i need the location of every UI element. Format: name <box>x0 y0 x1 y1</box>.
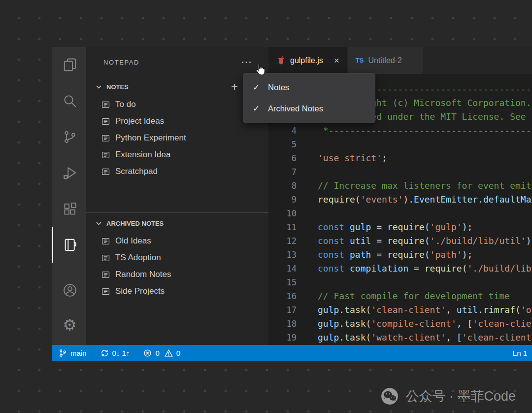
line-number: 11 <box>268 220 297 234</box>
typescript-icon: TS <box>356 57 364 64</box>
line-number: 16 <box>268 289 297 303</box>
sidebar-header: NOTEPAD ⋯ <box>86 47 268 77</box>
note-icon <box>101 271 110 279</box>
line-number: 8 <box>268 179 297 193</box>
notepad-icon[interactable] <box>52 227 86 263</box>
line-number: 5 <box>268 138 297 151</box>
code-line: 11const gulp = require('gulp'); <box>268 220 532 234</box>
line-number: 18 <box>268 317 297 331</box>
line-number: 17 <box>268 303 297 317</box>
code-line: 16// Fast compile for development time <box>268 289 532 303</box>
status-bar: main 0↓ 1↑ 0 0 Ln 1 <box>52 345 532 361</box>
notes-list: To doProject IdeasPython ExperimentExten… <box>86 96 268 180</box>
code-line: 9require('events').EventEmitter.defaultM… <box>268 193 532 206</box>
note-icon <box>101 254 110 262</box>
extensions-icon[interactable] <box>52 191 86 227</box>
accounts-icon[interactable] <box>52 273 86 308</box>
note-list-item[interactable]: TS Adoption <box>86 249 268 266</box>
menu-item-label: Archived Notes <box>268 104 323 113</box>
warnings-status: 0 <box>165 349 180 357</box>
code-line: 19gulp.task('watch-client', ['clean-clie… <box>268 331 532 344</box>
line-number: 19 <box>268 331 297 344</box>
note-list-item[interactable]: Side Projects <box>86 283 268 300</box>
note-item-label: Extension Idea <box>115 150 170 160</box>
more-actions-button[interactable]: ⋯ <box>238 56 255 69</box>
activity-bar: ⚙ <box>52 47 86 345</box>
cursor-position[interactable]: Ln 1 <box>513 349 527 357</box>
sync-icon <box>100 349 109 357</box>
tab-label: Untitled-2 <box>368 56 401 65</box>
gulp-file-icon <box>276 56 286 65</box>
code-line: 6'use strict'; <box>268 151 532 165</box>
menu-item[interactable]: ✓Notes <box>243 77 375 98</box>
menu-item[interactable]: ✓Archived Notes <box>243 98 375 119</box>
code-line: 17gulp.task('clean-client', util.rimraf(… <box>268 303 532 317</box>
note-list-item[interactable]: Extension Idea <box>86 146 268 163</box>
search-icon[interactable] <box>52 83 86 119</box>
close-tab-icon[interactable]: × <box>334 56 339 65</box>
line-number: 4 <box>268 124 297 138</box>
menu-item-label: Notes <box>268 83 289 92</box>
line-number: 10 <box>268 206 297 220</box>
sidebar-notepad: NOTEPAD ⋯ NOTES + To doProject IdeasPyth… <box>86 47 268 345</box>
code-line: 13const path = require('path'); <box>268 248 532 262</box>
archived-section-header[interactable]: ARCHIVED NOTES <box>86 214 268 233</box>
notes-section-label: NOTES <box>106 83 129 91</box>
note-item-label: Side Projects <box>115 286 165 296</box>
note-list-item[interactable]: Old Ideas <box>86 233 268 249</box>
note-icon <box>101 237 110 245</box>
note-icon <box>101 287 110 296</box>
watermark-text: 公众号 · 墨菲Code <box>405 387 516 405</box>
git-branch-status[interactable]: main <box>59 349 87 357</box>
activity-bar-top <box>52 47 86 263</box>
note-item-label: Scratchpad <box>115 167 158 176</box>
note-icon <box>101 117 110 126</box>
watermark: 公众号 · 墨菲Code <box>380 387 516 406</box>
line-number: 7 <box>268 165 297 179</box>
note-icon <box>101 101 110 109</box>
code-line: 18gulp.task('compile-client', ['clean-cl… <box>268 317 532 331</box>
explorer-icon[interactable] <box>52 47 86 83</box>
note-list-item[interactable]: To do <box>86 96 268 113</box>
note-icon <box>101 168 110 176</box>
note-item-label: To do <box>115 100 136 109</box>
code-line: 10 <box>268 206 532 220</box>
sidebar-title: NOTEPAD <box>103 59 139 66</box>
settings-gear-icon[interactable]: ⚙ <box>52 308 86 342</box>
notes-section-header[interactable]: NOTES + <box>86 77 268 96</box>
code-line: 7 <box>268 165 532 179</box>
code-line: 4 *-------------------------------------… <box>268 124 532 138</box>
warning-icon <box>165 349 173 357</box>
note-list-item[interactable]: Random Notes <box>86 266 268 283</box>
view-context-menu: ✓Notes✓Archived Notes <box>243 73 375 123</box>
note-icon <box>101 151 110 159</box>
note-list-item[interactable]: Scratchpad <box>86 163 268 180</box>
line-number: 6 <box>268 151 297 165</box>
note-icon <box>101 134 110 142</box>
chevron-down-icon <box>96 222 101 225</box>
line-number: 12 <box>268 234 297 248</box>
add-note-button[interactable]: + <box>231 81 238 93</box>
tab-untitled-2[interactable]: TS Untitled-2 <box>348 47 423 74</box>
check-icon: ✓ <box>252 82 261 93</box>
note-item-label: Old Ideas <box>115 236 151 246</box>
code-line: 14const compilation = require('./build/l… <box>268 262 532 275</box>
archived-notes-list: Old IdeasTS AdoptionRandom NotesSide Pro… <box>86 233 268 300</box>
run-debug-icon[interactable] <box>52 155 86 191</box>
problems-status[interactable]: 0 0 <box>143 349 180 357</box>
activity-bar-bottom: ⚙ <box>52 273 86 345</box>
source-control-icon[interactable] <box>52 119 86 155</box>
note-item-label: TS Adoption <box>115 253 161 263</box>
tab-gulpfile-js[interactable]: gulpfile.js × <box>268 47 348 74</box>
note-item-label: Python Experiment <box>115 133 186 143</box>
note-list-item[interactable]: Project Ideas <box>86 113 268 130</box>
note-list-item[interactable]: Python Experiment <box>86 130 268 146</box>
errors-status: 0 <box>143 349 159 357</box>
line-number: 14 <box>268 262 297 275</box>
gear-glyph: ⚙ <box>63 317 77 333</box>
note-item-label: Random Notes <box>115 270 171 279</box>
error-count: 0 <box>155 349 159 357</box>
sync-status[interactable]: 0↓ 1↑ <box>100 349 130 357</box>
code-line: 8// Increase max listeners for event emi… <box>268 179 532 193</box>
chevron-down-icon <box>96 85 101 89</box>
